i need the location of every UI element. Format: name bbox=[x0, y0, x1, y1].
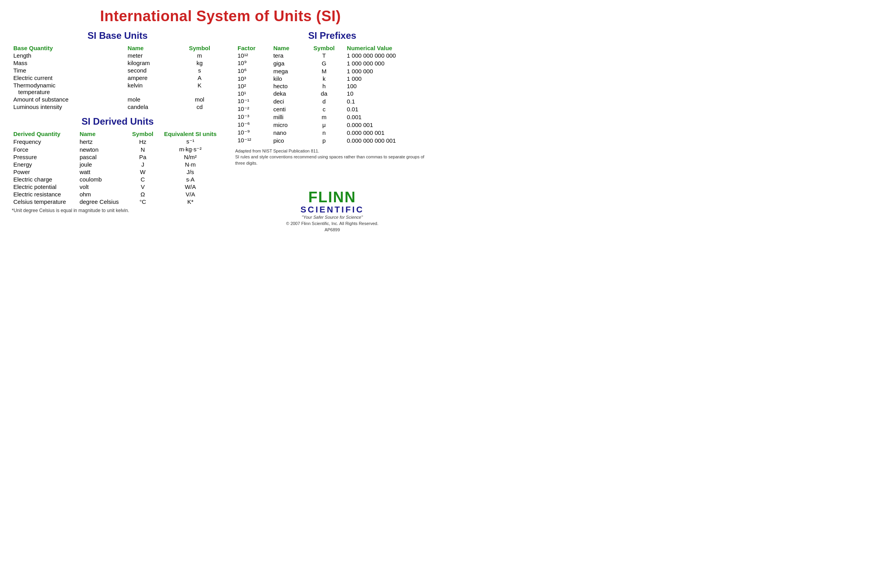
derived-qty-cell: Electric potential bbox=[12, 183, 78, 191]
prefix-factor-cell: 10¹² bbox=[235, 52, 271, 59]
prefix-factor-cell: 10³ bbox=[235, 75, 271, 82]
prefixes-table: Factor Name Symbol Numerical Value 10¹² … bbox=[235, 44, 429, 144]
main-title: International System of Units (SI) bbox=[12, 8, 429, 25]
prefix-name-cell: mega bbox=[271, 67, 303, 75]
base-qty-cell: Length bbox=[12, 52, 126, 59]
base-name-cell: mole bbox=[126, 96, 176, 103]
base-units-table: Base Quantity Name Symbol Length meter m… bbox=[12, 44, 223, 111]
flinn-copyright: © 2007 Flinn Scientific, Inc. All Rights… bbox=[235, 221, 429, 226]
derived-qty-cell: Energy bbox=[12, 161, 78, 168]
flinn-tagline: "Your Safer Source for Science" bbox=[235, 215, 429, 220]
table-row: 10³ kilo k 1 000 bbox=[235, 75, 429, 82]
derived-symbol-cell: Hz bbox=[128, 138, 157, 145]
derived-name-cell: degree Celsius bbox=[78, 198, 128, 205]
flinn-name: FLINN bbox=[235, 190, 429, 205]
prefix-value-cell: 1 000 bbox=[345, 75, 429, 82]
base-qty-cell: Mass bbox=[12, 59, 126, 67]
base-qty-cell: Thermodynamic temperature bbox=[12, 82, 126, 96]
prefix-factor-cell: 10² bbox=[235, 82, 271, 90]
prefix-name-cell: deci bbox=[271, 97, 303, 105]
table-row: Mass kilogram kg bbox=[12, 59, 223, 67]
table-row: Frequency hertz Hz s⁻¹ bbox=[12, 138, 223, 145]
prefix-value-header: Numerical Value bbox=[345, 44, 429, 52]
base-symbol-cell: s bbox=[176, 67, 223, 74]
prefix-name-cell: giga bbox=[271, 59, 303, 67]
prefix-value-cell: 1 000 000 000 bbox=[345, 59, 429, 67]
prefix-symbol-cell: p bbox=[303, 136, 344, 144]
flinn-logo: FLINN SCIENTIFIC "Your Safer Source for … bbox=[235, 190, 429, 232]
prefix-value-cell: 0.000 000 000 001 bbox=[345, 136, 429, 144]
prefix-value-cell: 100 bbox=[345, 82, 429, 90]
derived-qty-cell: Electric charge bbox=[12, 176, 78, 183]
table-row: Thermodynamic temperature kelvin K bbox=[12, 82, 223, 96]
table-row: Celsius temperature degree Celsius °C K* bbox=[12, 198, 223, 205]
table-row: 10¹ deka da 10 bbox=[235, 90, 429, 97]
table-row: 10² hecto h 100 bbox=[235, 82, 429, 90]
right-column: SI Prefixes Factor Name Symbol Numerical… bbox=[235, 30, 429, 232]
prefix-name-cell: centi bbox=[271, 105, 303, 113]
si-prefixes-section: SI Prefixes Factor Name Symbol Numerical… bbox=[235, 30, 429, 166]
prefix-name-cell: pico bbox=[271, 136, 303, 144]
table-row: 10⁻² centi c 0.01 bbox=[235, 105, 429, 113]
derived-name-cell: watt bbox=[78, 168, 128, 176]
si-prefixes-title: SI Prefixes bbox=[235, 30, 429, 41]
table-row: Electric resistance ohm Ω V/A bbox=[12, 191, 223, 198]
base-name-cell: kelvin bbox=[126, 82, 176, 96]
table-row: 10⁹ giga G 1 000 000 000 bbox=[235, 59, 429, 67]
table-row: Time second s bbox=[12, 67, 223, 74]
prefix-symbol-cell: μ bbox=[303, 121, 344, 129]
derived-name-cell: joule bbox=[78, 161, 128, 168]
flinn-part-number: AP6899 bbox=[235, 227, 429, 232]
celsius-footnote: *Unit degree Celsius is equal in magnitu… bbox=[12, 208, 223, 213]
table-row: Energy joule J N·m bbox=[12, 161, 223, 168]
derived-equiv-cell: V/A bbox=[157, 191, 223, 198]
derived-qty-cell: Frequency bbox=[12, 138, 78, 145]
prefix-factor-cell: 10⁻² bbox=[235, 105, 271, 113]
left-column: SI Base Units Base Quantity Name Symbol … bbox=[12, 30, 223, 213]
derived-name-cell: volt bbox=[78, 183, 128, 191]
table-row: Power watt W J/s bbox=[12, 168, 223, 176]
derived-name-cell: hertz bbox=[78, 138, 128, 145]
prefix-factor-header: Factor bbox=[235, 44, 271, 52]
prefix-symbol-cell: m bbox=[303, 113, 344, 121]
base-name-cell: ampere bbox=[126, 74, 176, 82]
table-row: Electric charge coulomb C s·A bbox=[12, 176, 223, 183]
table-row: Amount of substance mole mol bbox=[12, 96, 223, 103]
prefix-factor-cell: 10⁹ bbox=[235, 59, 271, 67]
prefix-factor-cell: 10⁶ bbox=[235, 67, 271, 75]
table-row: 10⁻³ milli m 0.001 bbox=[235, 113, 429, 121]
base-qty-cell: Electric current bbox=[12, 74, 126, 82]
derived-symbol-cell: V bbox=[128, 183, 157, 191]
base-name-header: Name bbox=[126, 44, 176, 52]
prefix-symbol-cell: M bbox=[303, 67, 344, 75]
derived-qty-cell: Force bbox=[12, 145, 78, 153]
prefix-symbol-cell: c bbox=[303, 105, 344, 113]
prefix-symbol-cell: G bbox=[303, 59, 344, 67]
derived-equiv-cell: s⁻¹ bbox=[157, 138, 223, 145]
base-symbol-header: Symbol bbox=[176, 44, 223, 52]
derived-equiv-header: Equivalent SI units bbox=[157, 130, 223, 138]
flinn-scientific: SCIENTIFIC bbox=[235, 205, 429, 215]
derived-name-cell: ohm bbox=[78, 191, 128, 198]
base-symbol-cell: kg bbox=[176, 59, 223, 67]
derived-name-cell: pascal bbox=[78, 153, 128, 161]
derived-symbol-cell: N bbox=[128, 145, 157, 153]
base-name-cell: kilogram bbox=[126, 59, 176, 67]
base-qty-cell: Amount of substance bbox=[12, 96, 126, 103]
prefix-value-cell: 0.001 bbox=[345, 113, 429, 121]
table-row: 10⁻¹² pico p 0.000 000 000 001 bbox=[235, 136, 429, 144]
derived-qty-cell: Electric resistance bbox=[12, 191, 78, 198]
derived-symbol-cell: Pa bbox=[128, 153, 157, 161]
base-name-cell: candela bbox=[126, 103, 176, 111]
prefix-name-cell: kilo bbox=[271, 75, 303, 82]
derived-qty-header: Derived Quantity bbox=[12, 130, 78, 138]
base-symbol-cell: mol bbox=[176, 96, 223, 103]
table-row: Electric current ampere A bbox=[12, 74, 223, 82]
table-row: Force newton N m·kg·s⁻² bbox=[12, 145, 223, 153]
table-row: Luminous intensity candela cd bbox=[12, 103, 223, 111]
si-derived-units-section: SI Derived Units Derived Quantity Name S… bbox=[12, 116, 223, 213]
prefix-name-header: Name bbox=[271, 44, 303, 52]
prefix-name-cell: micro bbox=[271, 121, 303, 129]
base-symbol-cell: K bbox=[176, 82, 223, 96]
prefix-symbol-cell: k bbox=[303, 75, 344, 82]
